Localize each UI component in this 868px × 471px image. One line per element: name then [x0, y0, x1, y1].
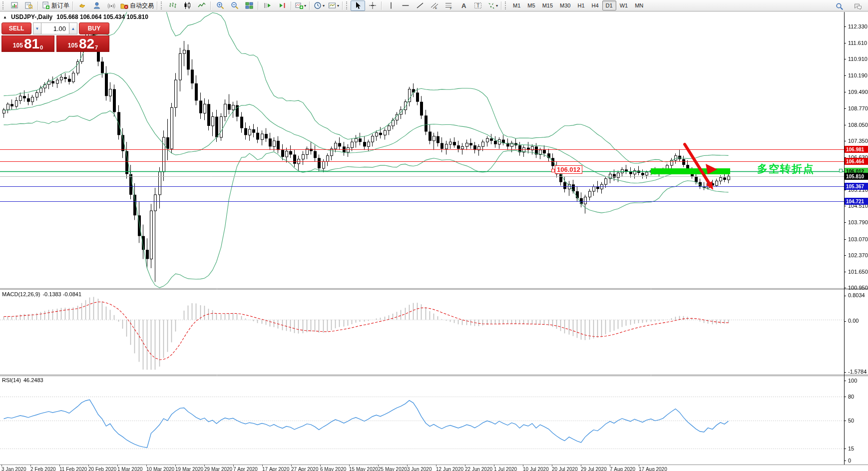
textA-icon: A: [459, 1, 467, 10]
toolbar-separator: [258, 1, 259, 10]
timeframe-m5[interactable]: M5: [524, 0, 538, 10]
main-toolbar: 新订单自动交易▾▾▾EFAT▾M1M5M15M30H1H4D1W1MN: [0, 0, 868, 11]
macd-panel-label: MACD(12,26,9)-0.1383 -0.0841: [2, 291, 84, 297]
zoom-out-button[interactable]: [227, 0, 242, 11]
toolbar-separator: [381, 1, 382, 10]
chart-ohlc-values: 105.668 106.064 105.434 105.810: [56, 13, 148, 20]
cursor-button[interactable]: [351, 0, 365, 11]
autoscroll-icon: [263, 1, 272, 10]
price-chart-canvas[interactable]: [0, 0, 868, 471]
zoomout-icon: [230, 1, 239, 10]
channel-icon: E: [430, 1, 438, 10]
metaeditor-button[interactable]: [75, 0, 89, 11]
timeframe-m1[interactable]: M1: [509, 0, 524, 10]
arrows-button[interactable]: ▾: [485, 0, 499, 11]
search-button[interactable]: [832, 1, 847, 11]
symbol-marker-icon: ▲: [3, 15, 7, 19]
candlestick-chart-button[interactable]: [180, 0, 194, 11]
sell-button[interactable]: SELL: [1, 22, 31, 34]
zoom-in-button[interactable]: [213, 0, 227, 11]
profiles-icon: [24, 1, 33, 10]
timeframe-d1[interactable]: D1: [602, 0, 616, 10]
dropdown-arrow-icon[interactable]: ▾: [304, 3, 306, 8]
new-order-button[interactable]: 新订单: [40, 0, 71, 11]
turning-point-annotation[interactable]: 多空转折点: [757, 162, 815, 176]
toolbar-button-label: 新订单: [51, 1, 69, 10]
toolbar-grip: [2, 1, 5, 9]
auto-scroll-button[interactable]: [260, 0, 275, 11]
timeframe-m15[interactable]: M15: [539, 0, 556, 10]
tile-windows-button[interactable]: [242, 0, 256, 11]
volume-input[interactable]: 1.00: [41, 22, 69, 34]
toolbar-right-icons: [832, 1, 865, 11]
rsi-panel-label: RSI(14)46.2483: [2, 377, 46, 383]
cursor-icon: [354, 1, 362, 10]
crosshair-icon: [368, 1, 377, 10]
toolbar-separator: [342, 1, 343, 10]
search-icon: [835, 2, 844, 10]
trend-icon: [416, 1, 424, 10]
signals-button[interactable]: [104, 0, 118, 11]
vline-icon: [387, 1, 395, 10]
crosshair-button[interactable]: [365, 0, 380, 11]
equidistant-channel-button[interactable]: E: [427, 0, 441, 11]
dropdown-arrow-icon[interactable]: ▾: [323, 3, 325, 8]
community-button[interactable]: [89, 0, 104, 11]
indicators-icon: [295, 1, 303, 10]
dropdown-arrow-icon[interactable]: ▾: [496, 3, 498, 8]
one-click-trading-panel: SELL ▼ 1.00 ▲ BUY 105 81 0 105 82 7: [1, 22, 109, 52]
buy-button[interactable]: BUY: [79, 22, 109, 34]
gold-icon: [78, 1, 86, 10]
toolbar-separator: [72, 1, 73, 10]
chart-title: ▲ USDJPY-,Daily 105.668 106.064 105.434 …: [3, 13, 148, 20]
fibonacci-button[interactable]: F: [441, 0, 456, 11]
profiles-button[interactable]: [21, 0, 36, 11]
chat-icon: [854, 2, 862, 10]
shift-icon: [278, 1, 286, 10]
templates-button[interactable]: ▾: [326, 0, 341, 11]
chat-button[interactable]: [851, 1, 865, 11]
dropdown-arrow-icon[interactable]: ▾: [337, 3, 339, 8]
buy-price-point: 7: [95, 44, 98, 50]
toolbar-separator: [157, 1, 158, 10]
price-level-label[interactable]: 106.012: [555, 165, 582, 174]
svg-text:E: E: [435, 6, 437, 9]
sell-price-display[interactable]: 105 81 0: [1, 35, 54, 52]
person-icon: [92, 1, 101, 10]
indicators-button[interactable]: ▾: [293, 0, 308, 11]
volume-decrease-button[interactable]: ▼: [33, 22, 41, 34]
sell-price-handle: 105: [13, 42, 23, 49]
horizontal-line-button[interactable]: [398, 0, 413, 11]
arrows-icon: [486, 1, 495, 10]
new-chart-button[interactable]: [7, 0, 21, 11]
hline-right-handle[interactable]: [839, 169, 843, 172]
toolbar-separator: [309, 1, 310, 10]
line-chart-button[interactable]: [194, 0, 209, 11]
signal-icon: [107, 1, 115, 10]
volume-increase-button[interactable]: ▲: [69, 22, 77, 34]
chart-shift-button[interactable]: [275, 0, 289, 11]
timeframe-mn[interactable]: MN: [631, 0, 647, 10]
bar-chart-button[interactable]: [165, 0, 180, 11]
template-icon: [328, 1, 336, 10]
timeframe-m30[interactable]: M30: [556, 0, 574, 10]
linechart-icon: [197, 1, 206, 10]
svg-text:T: T: [476, 2, 480, 8]
sell-price-point: 0: [40, 44, 43, 50]
hline-left-handle[interactable]: [551, 169, 555, 172]
zoomin-icon: [216, 1, 224, 10]
svg-text:F: F: [450, 6, 452, 10]
periods-button[interactable]: ▾: [312, 0, 326, 11]
toolbar-separator: [37, 1, 38, 10]
buy-price-handle: 105: [68, 42, 78, 49]
timeframe-w1[interactable]: W1: [616, 0, 632, 10]
buy-price-display[interactable]: 105 82 7: [56, 35, 109, 52]
timeframe-h1[interactable]: H1: [574, 0, 588, 10]
timeframe-h4[interactable]: H4: [588, 0, 602, 10]
vertical-line-button[interactable]: [384, 0, 398, 11]
trendline-button[interactable]: [413, 0, 427, 11]
autotrading-button[interactable]: 自动交易: [118, 0, 155, 11]
text-button[interactable]: A: [456, 0, 470, 11]
toolbar-grip: [161, 1, 164, 9]
text-label-button[interactable]: T: [470, 0, 485, 11]
